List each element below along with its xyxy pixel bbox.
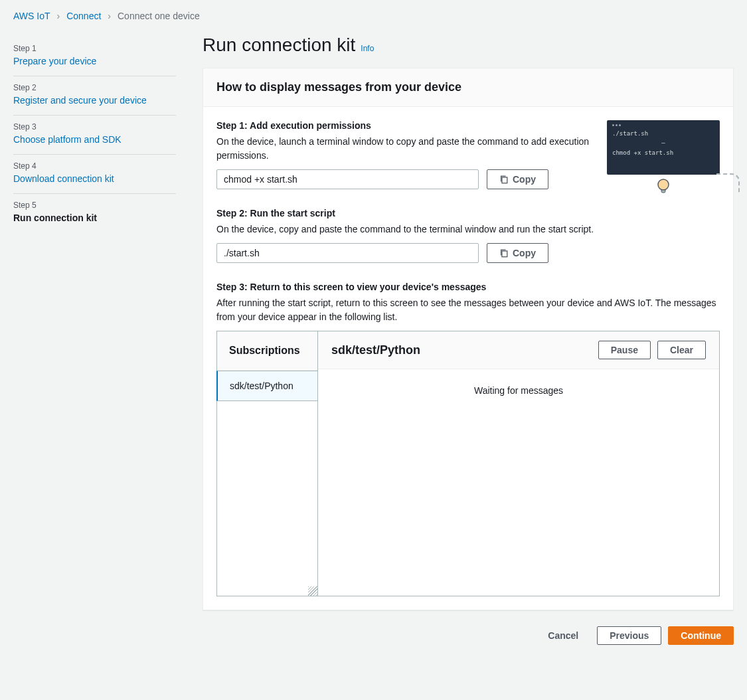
step-title: Run connection kit [13, 213, 176, 223]
clear-button[interactable]: Clear [657, 341, 706, 359]
messages-body: Waiting for messages [318, 369, 719, 596]
step-label: Step 5 [13, 201, 176, 210]
step1-desc: On the device, launch a terminal window … [216, 135, 594, 163]
step3-title: Step 3: Return to this screen to view yo… [216, 282, 720, 292]
step-label: Step 1 [13, 44, 176, 53]
breadcrumb: AWS IoT › Connect › Connect one device [13, 11, 734, 21]
breadcrumb-aws-iot[interactable]: AWS IoT [13, 11, 50, 21]
step1-title: Step 1: Add execution permissions [216, 120, 594, 131]
step-title: Choose platform and SDK [13, 134, 176, 145]
message-topic: sdk/test/Python [331, 343, 420, 357]
instructions-panel: How to display messages from your device… [203, 68, 734, 610]
wizard-sidebar: Step 1 Prepare your device Step 2 Regist… [13, 35, 176, 645]
step2-desc: On the device, copy and paste the comman… [216, 222, 720, 236]
previous-button[interactable]: Previous [597, 626, 661, 645]
step2-command-field[interactable]: ./start.sh [216, 243, 479, 263]
step-title: Register and secure your device [13, 95, 176, 106]
step2-title: Step 2: Run the start script [216, 208, 720, 219]
page-title-text: Run connection kit [203, 35, 355, 56]
breadcrumb-connect[interactable]: Connect [66, 11, 101, 21]
sidebar-step-3[interactable]: Step 3 Choose platform and SDK [13, 116, 176, 155]
terminal-preview: ./start.sh – chmod +x start.sh [607, 120, 720, 175]
svg-point-1 [658, 179, 669, 190]
subscription-item[interactable]: sdk/test/Python [216, 371, 317, 401]
sidebar-step-2[interactable]: Step 2 Register and secure your device [13, 76, 176, 116]
copy-label: Copy [513, 174, 536, 185]
subscriptions-header: Subscriptions [217, 331, 317, 371]
panel-heading: How to display messages from your device [216, 80, 720, 94]
step-title: Prepare your device [13, 56, 176, 66]
step2-copy-button[interactable]: Copy [487, 243, 548, 263]
step3-desc: After running the start script, return t… [216, 296, 720, 324]
chevron-right-icon: › [57, 11, 60, 21]
waiting-text: Waiting for messages [474, 385, 563, 396]
step-label: Step 3 [13, 122, 176, 131]
cancel-button[interactable]: Cancel [536, 627, 590, 644]
svg-rect-0 [502, 177, 507, 183]
wizard-footer: Cancel Previous Continue [203, 626, 734, 645]
page-title: Run connection kit Info [203, 35, 734, 56]
step1-command-field[interactable]: chmod +x start.sh [216, 169, 479, 189]
continue-button[interactable]: Continue [668, 626, 734, 645]
sidebar-step-1[interactable]: Step 1 Prepare your device [13, 37, 176, 76]
breadcrumb-current: Connect one device [118, 11, 200, 21]
copy-label: Copy [513, 248, 536, 258]
resize-handle[interactable] [308, 586, 317, 596]
messages-panel: Subscriptions sdk/test/Python sdk/test/P… [216, 331, 720, 596]
dashed-connector [716, 173, 740, 193]
step-label: Step 4 [13, 161, 176, 171]
step-title: Download connection kit [13, 173, 176, 184]
terminal-line: ./start.sh [612, 129, 714, 138]
chevron-right-icon: › [108, 11, 111, 21]
step1-copy-button[interactable]: Copy [487, 169, 548, 189]
step-label: Step 2 [13, 83, 176, 92]
copy-icon [499, 175, 509, 184]
terminal-line: chmod +x start.sh [612, 148, 714, 157]
panel-header: How to display messages from your device [203, 68, 733, 107]
copy-icon [499, 248, 509, 258]
lightbulb-icon [655, 177, 671, 196]
info-link[interactable]: Info [361, 44, 374, 53]
sidebar-step-5[interactable]: Step 5 Run connection kit [13, 194, 176, 232]
sidebar-step-4[interactable]: Step 4 Download connection kit [13, 155, 176, 194]
svg-rect-2 [502, 251, 507, 257]
pause-button[interactable]: Pause [598, 341, 651, 359]
